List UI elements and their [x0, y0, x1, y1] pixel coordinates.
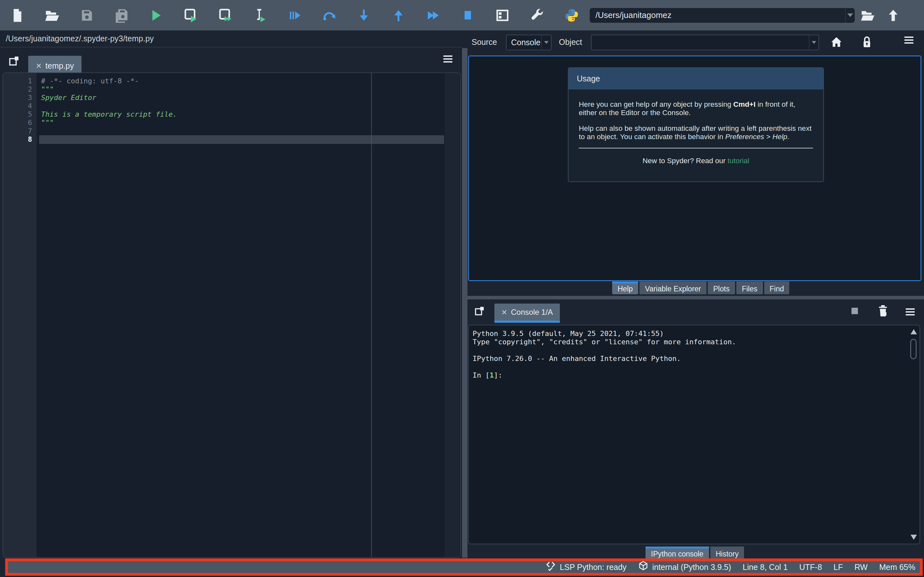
- console-options-button[interactable]: [905, 308, 915, 318]
- open-file-button[interactable]: [35, 0, 69, 31]
- lock-button[interactable]: [861, 35, 872, 49]
- working-directory-combobox[interactable]: [590, 8, 855, 23]
- python-env-button[interactable]: [554, 0, 589, 31]
- step-over-icon: [322, 8, 336, 23]
- eol-status[interactable]: LF: [834, 562, 843, 572]
- close-icon[interactable]: ×: [501, 308, 507, 317]
- scroll-down-icon[interactable]: [911, 535, 917, 540]
- usage-paragraph-1: Here you can get help of any object by p…: [579, 100, 813, 117]
- console-line: [473, 363, 903, 371]
- object-label: Object: [559, 37, 582, 47]
- source-value: Console: [507, 38, 541, 47]
- console-scrollbar[interactable]: [908, 326, 919, 544]
- cursor-position[interactable]: Line 8, Col 1: [743, 562, 788, 572]
- folder-icon: [860, 8, 875, 23]
- arrow-up-icon: [887, 9, 900, 22]
- save-button[interactable]: [69, 0, 104, 31]
- tutorial-link[interactable]: tutorial: [728, 157, 750, 165]
- column-ruler: [371, 73, 372, 557]
- tab-history[interactable]: History: [710, 546, 744, 559]
- console-line: Type "copyright", "credits" or "license"…: [473, 338, 903, 346]
- console-prompt[interactable]: In [1]:: [473, 371, 903, 380]
- parent-directory-button[interactable]: [880, 0, 906, 31]
- interpreter-status[interactable]: internal (Python 3.9.5): [638, 561, 731, 574]
- object-combobox[interactable]: [591, 35, 819, 50]
- debug-button[interactable]: [277, 0, 312, 31]
- tab-find[interactable]: Find: [764, 282, 790, 294]
- usage-pref-path: Preferences > Help: [725, 133, 787, 141]
- hamburger-menu-icon: [443, 60, 453, 64]
- editor-tab-label: temp.py: [45, 61, 74, 71]
- save-icon: [79, 8, 94, 23]
- open-folder-icon: [44, 8, 60, 23]
- source-dropdown[interactable]: [541, 35, 551, 50]
- browse-tabs-icon: [474, 313, 485, 318]
- continue-button[interactable]: [416, 0, 451, 31]
- tab-variable-explorer[interactable]: Variable Explorer: [640, 282, 706, 294]
- step-out-icon: [391, 8, 405, 23]
- step-over-button[interactable]: [312, 0, 347, 31]
- tab-plots[interactable]: Plots: [708, 282, 735, 294]
- browse-directory-button[interactable]: [855, 0, 880, 31]
- ipython-console[interactable]: Python 3.9.5 (default, May 25 2021, 07:4…: [468, 325, 920, 544]
- save-all-button[interactable]: [104, 0, 139, 31]
- editor-options-button[interactable]: [443, 55, 453, 64]
- maximize-pane-icon: [495, 8, 510, 23]
- source-combobox[interactable]: Console: [506, 35, 551, 50]
- step-out-button[interactable]: [381, 0, 416, 31]
- run-file-button[interactable]: [139, 0, 173, 31]
- close-icon[interactable]: ×: [36, 61, 42, 71]
- usage-box: Usage Here you can get help of any objec…: [568, 67, 824, 182]
- maximize-pane-button[interactable]: [485, 0, 520, 31]
- encoding-status[interactable]: UTF-8: [799, 562, 822, 572]
- cursor-position-text: Line 8, Col 1: [743, 562, 788, 572]
- remove-console-button[interactable]: [877, 305, 888, 318]
- vertical-splitter[interactable]: [462, 48, 467, 558]
- tools-button[interactable]: [520, 0, 554, 31]
- editor-scrollbar-area[interactable]: [445, 73, 459, 557]
- usage-paragraph-2: Help can also be shown automatically aft…: [579, 124, 813, 141]
- cube-icon: [638, 561, 648, 574]
- tab-ipython-console[interactable]: IPython console: [646, 546, 709, 559]
- permissions-text: RW: [855, 562, 867, 572]
- lsp-code-icon: [546, 561, 556, 574]
- console-line: Python 3.9.5 (default, May 25 2021, 07:4…: [473, 330, 903, 338]
- stop-button[interactable]: [451, 0, 485, 31]
- run-cell-button[interactable]: [173, 0, 208, 31]
- object-dropdown[interactable]: [809, 35, 819, 50]
- line-number: 5: [3, 110, 37, 119]
- scroll-up-icon[interactable]: [911, 329, 917, 334]
- step-into-button[interactable]: [347, 0, 381, 31]
- permissions-status[interactable]: RW: [855, 562, 867, 572]
- status-bar: LSP Python: ready internal (Python 3.9.5…: [5, 558, 923, 576]
- console-tab[interactable]: × Console 1/A: [494, 303, 560, 323]
- scrollbar-thumb[interactable]: [910, 339, 917, 359]
- debug-icon: [288, 8, 302, 23]
- step-into-icon: [357, 8, 371, 23]
- home-button[interactable]: [830, 35, 843, 49]
- line-number-gutter: 1 2 3 4 5 6 7 8: [3, 73, 37, 557]
- save-all-icon: [114, 8, 129, 23]
- run-cell-advance-button[interactable]: [208, 0, 242, 31]
- line-number: 3: [3, 93, 37, 102]
- run-selection-button[interactable]: [242, 0, 277, 31]
- code-editor[interactable]: 1 2 3 4 5 6 7 8 # -*- coding: utf-8 -*- …: [3, 73, 461, 558]
- code-area[interactable]: # -*- coding: utf-8 -*- """ Spyder Edito…: [41, 77, 441, 143]
- working-directory-input[interactable]: [590, 8, 845, 23]
- eol-text: LF: [834, 562, 843, 572]
- console-browse-tabs-button[interactable]: [474, 306, 485, 318]
- memory-status[interactable]: Mem 65%: [879, 562, 915, 572]
- usage-footer-text: New to Spyder? Read our: [643, 157, 728, 165]
- interrupt-kernel-button[interactable]: [851, 308, 858, 316]
- code-line: """: [41, 119, 441, 127]
- editor-browse-tabs-button[interactable]: [8, 55, 20, 68]
- help-header: Source Console Object: [467, 31, 924, 55]
- tab-help[interactable]: Help: [612, 282, 638, 294]
- usage-footer: New to Spyder? Read our tutorial: [579, 157, 813, 165]
- new-file-button[interactable]: [0, 0, 35, 31]
- home-icon: [830, 45, 843, 49]
- help-options-button[interactable]: [904, 35, 914, 45]
- working-directory-dropdown[interactable]: [845, 8, 855, 23]
- lsp-status[interactable]: LSP Python: ready: [546, 561, 627, 574]
- tab-files[interactable]: Files: [736, 282, 763, 294]
